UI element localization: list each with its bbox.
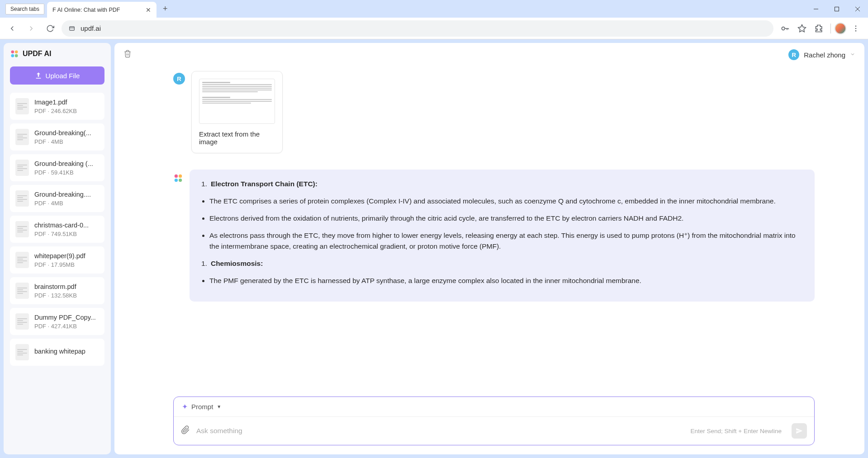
chat-input[interactable] — [196, 427, 684, 435]
svg-point-17 — [175, 179, 178, 182]
close-icon[interactable]: ✕ — [146, 6, 151, 14]
url-bar[interactable]: updf.ai — [62, 20, 773, 37]
extensions-icon[interactable] — [811, 21, 827, 36]
forward-button[interactable] — [24, 21, 39, 36]
svg-point-8 — [855, 25, 857, 27]
document-thumbnail — [199, 79, 275, 124]
chrome-profile-avatar[interactable] — [835, 23, 846, 34]
bullet-item: Electrons derived from the oxidation of … — [209, 213, 803, 224]
new-tab-button[interactable]: + — [163, 4, 168, 14]
file-name: brainstorm.pdf — [34, 283, 99, 290]
user-message-card: Extract text from the image — [191, 71, 283, 153]
sparkle-icon: ✦ — [182, 402, 188, 411]
user-message-text: Extract text from the image — [199, 130, 275, 146]
ai-message-content: 1. Electron Transport Chain (ETC): The E… — [190, 170, 815, 302]
file-icon — [15, 344, 29, 360]
list-heading: Chemiosmosis: — [211, 258, 263, 269]
svg-rect-4 — [70, 27, 75, 30]
file-meta: PDF · 4MB — [34, 138, 99, 145]
svg-point-10 — [855, 30, 857, 31]
file-item[interactable]: Ground-breaking(... PDF · 4MB — [10, 123, 104, 151]
svg-point-6 — [782, 27, 785, 30]
file-item[interactable]: Ground-breaking (... PDF · 59.41KB — [10, 154, 104, 181]
list-number: 1. — [201, 258, 207, 269]
upload-label: Upload File — [46, 72, 80, 80]
file-item[interactable]: Dummy PDF_Copy... PDF · 427.41KB — [10, 308, 104, 335]
send-icon — [796, 427, 803, 434]
file-icon — [15, 190, 29, 207]
svg-point-18 — [179, 179, 182, 182]
file-meta: PDF · 132.58KB — [34, 292, 99, 299]
file-meta: PDF · 427.41KB — [34, 323, 99, 330]
user-menu[interactable]: R Rachel zhong — [788, 49, 855, 60]
file-name: Ground-breaking.... — [34, 191, 99, 198]
list-heading: Electron Transport Chain (ETC): — [211, 179, 318, 189]
app-logo-icon — [10, 49, 19, 58]
file-item[interactable]: Ground-breaking.... PDF · 4MB — [10, 185, 104, 212]
user-message: R Extract text from the image — [173, 71, 815, 153]
file-icon — [15, 313, 29, 330]
svg-point-13 — [11, 54, 14, 57]
file-name: Image1.pdf — [34, 99, 99, 106]
ai-message: 1. Electron Transport Chain (ETC): The E… — [173, 170, 815, 302]
app-name: UPDF AI — [23, 50, 51, 58]
password-icon[interactable] — [777, 21, 792, 36]
svg-point-16 — [179, 175, 182, 178]
file-meta: PDF · 4MB — [34, 200, 99, 207]
chat-area[interactable]: R Extract text from the image — [114, 66, 864, 397]
upload-file-button[interactable]: Upload File — [10, 66, 104, 85]
chat-input-box: ✦ Prompt ▼ Enter Send; Shift + Enter New… — [173, 397, 815, 445]
send-button[interactable] — [792, 423, 807, 439]
file-name: whitepaper(9).pdf — [34, 252, 99, 260]
url-bar-row: updf.ai — [0, 18, 868, 39]
bookmark-icon[interactable] — [794, 21, 810, 36]
file-meta: PDF · 59.41KB — [34, 169, 99, 176]
browser-tab[interactable]: F AI Online: Chat with PDF ✕ — [47, 2, 157, 18]
maximize-button[interactable] — [826, 0, 847, 18]
user-avatar: R — [788, 49, 799, 60]
chevron-down-icon — [850, 51, 855, 59]
upload-icon — [35, 72, 42, 79]
svg-marker-7 — [798, 24, 806, 32]
input-hint: Enter Send; Shift + Enter Newline — [691, 428, 782, 434]
file-item[interactable]: Image1.pdf PDF · 246.62KB — [10, 93, 104, 120]
svg-rect-1 — [835, 7, 839, 11]
file-icon — [15, 221, 29, 237]
minimize-button[interactable] — [806, 0, 826, 18]
file-item[interactable]: whitepaper(9).pdf PDF · 17.95MB — [10, 246, 104, 274]
bullet-item: As electrons pass through the ETC, they … — [209, 230, 803, 252]
file-item[interactable]: christmas-card-0... PDF · 749.51KB — [10, 216, 104, 243]
bullet-item: The ETC comprises a series of protein co… — [209, 196, 803, 207]
file-name: Ground-breaking(... — [34, 129, 99, 137]
file-item[interactable]: banking whitepap — [10, 339, 104, 366]
file-icon — [15, 160, 29, 176]
file-icon — [15, 283, 29, 299]
file-item[interactable]: brainstorm.pdf PDF · 132.58KB — [10, 277, 104, 304]
url-text: updf.ai — [81, 24, 101, 32]
main-panel: R Rachel zhong R — [114, 43, 864, 454]
close-window-button[interactable] — [847, 0, 868, 18]
list-number: 1. — [201, 179, 207, 189]
prompt-label: Prompt — [191, 403, 213, 411]
search-tabs-tooltip: Search tabs — [5, 4, 44, 14]
prompt-selector[interactable]: ✦ Prompt ▼ — [174, 397, 814, 417]
paperclip-icon — [181, 425, 190, 434]
back-button[interactable] — [5, 21, 20, 36]
svg-point-15 — [175, 175, 178, 178]
chevron-down-icon: ▼ — [217, 404, 221, 409]
delete-button[interactable] — [123, 50, 132, 60]
attach-button[interactable] — [181, 425, 190, 436]
ai-avatar-icon — [173, 173, 183, 183]
bullet-item: The PMF generated by the ETC is harnesse… — [209, 275, 803, 286]
sidebar: UPDF AI Upload File Image1.pdf PDF · 246… — [4, 43, 111, 454]
site-info-icon[interactable] — [68, 24, 76, 33]
file-name: Ground-breaking (... — [34, 160, 99, 167]
svg-point-14 — [15, 54, 18, 57]
trash-icon — [123, 50, 132, 58]
chrome-menu-icon[interactable] — [848, 21, 863, 36]
file-icon — [15, 129, 29, 145]
sidebar-header: UPDF AI — [10, 49, 104, 58]
reload-button[interactable] — [43, 21, 58, 36]
svg-point-11 — [11, 51, 14, 54]
file-name: christmas-card-0... — [34, 222, 99, 229]
